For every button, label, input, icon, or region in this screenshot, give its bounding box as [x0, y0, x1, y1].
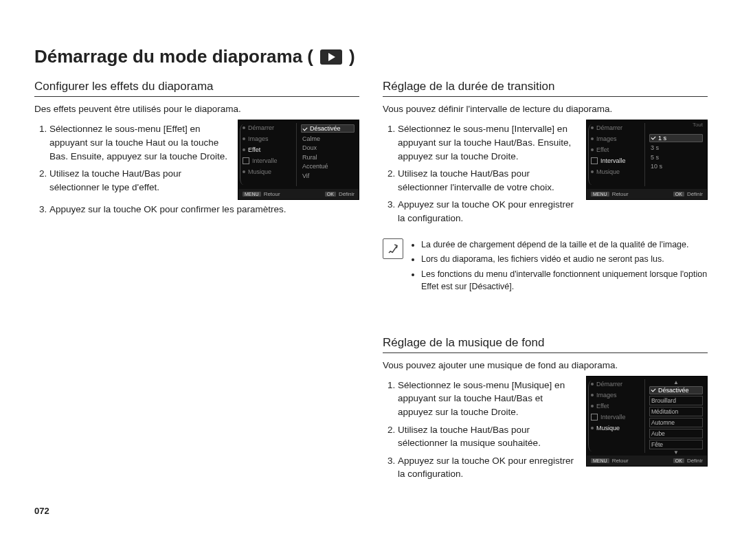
menu-item: Images	[243, 135, 296, 142]
right-column: Réglage de la durée de transition Vous p…	[383, 80, 708, 484]
menu-item: Intervalle	[243, 157, 296, 164]
option: 3 s	[649, 144, 703, 151]
chevron-down-icon: ▼	[649, 451, 703, 455]
effects-step-2: Utilisez la touche Haut/Bas pour sélecti…	[49, 167, 228, 194]
note-icon	[383, 238, 403, 259]
effects-step-3: Appuyez sur la touche OK pour confirmer …	[49, 203, 359, 216]
option: Fête	[649, 440, 703, 449]
option: Accentué	[301, 163, 355, 170]
footer-ok: OKDéfinir	[673, 458, 703, 464]
footer-back: MENURetour	[591, 191, 629, 197]
transition-steps: Sélectionnez le sous-menu [Intervalle] e…	[383, 122, 576, 225]
menu-item: Démarrer	[591, 124, 644, 131]
menu-item: Démarrer	[591, 381, 644, 388]
effects-step-1: Sélectionnez le sous-menu [Effet] en app…	[49, 122, 228, 163]
left-column: Configurer les effets du diaporama Des e…	[34, 80, 359, 484]
option-selected: 1 s	[649, 134, 703, 142]
footer-ok: OKDéfinir	[673, 191, 703, 197]
option: Vif	[301, 172, 355, 179]
transition-step-2: Utilisez la touche Haut/Bas pour sélecti…	[398, 167, 576, 194]
option: Doux	[301, 144, 355, 151]
section-heading-effects: Configurer les effets du diaporama	[34, 80, 359, 97]
option: Méditation	[649, 407, 703, 416]
menu-item: Effet	[591, 403, 644, 410]
note-item: La durée de chargement dépend de la tail…	[421, 238, 708, 251]
option: Brouillard	[649, 396, 703, 405]
music-intro: Vous pouvez ajouter une musique de fond …	[383, 360, 708, 370]
menu-item: Intervalle	[591, 414, 644, 421]
note-block: La durée de chargement dépend de la tail…	[383, 238, 708, 295]
option-selected: Désactivée	[649, 386, 703, 394]
footer-ok: OKDéfinir	[325, 191, 355, 197]
transition-step-3: Appuyez sur la touche OK pour enregistre…	[398, 198, 576, 225]
camera-screen-music: Démarrer Images Effet Intervalle Musique…	[586, 376, 708, 467]
menu-item: Images	[591, 392, 644, 399]
menu-item-active: Intervalle	[591, 157, 644, 164]
menu-item: Effet	[591, 146, 644, 153]
check-icon	[651, 388, 656, 392]
effects-steps-cont: Appuyez sur la touche OK pour confirmer …	[34, 203, 359, 216]
manual-page: Démarrage du mode diaporama ( ) Configur…	[0, 0, 742, 537]
note-item: Les fonctions du menu d'intervalle fonct…	[421, 268, 708, 293]
menu-item-active: Effet	[243, 146, 296, 153]
menu-item: Démarrer	[243, 124, 296, 131]
transition-intro: Vous pouvez définir l'intervalle de lect…	[383, 104, 708, 114]
section-heading-music: Réglage de la musique de fond	[383, 336, 708, 353]
music-steps: Sélectionnez le sous-menu [Musique] en a…	[383, 379, 576, 481]
option-selected: Désactivée	[301, 124, 355, 133]
footer-back: MENURetour	[243, 191, 280, 197]
play-icon	[320, 49, 342, 65]
menu-item: Musique	[591, 168, 644, 175]
note-item: Lors du diaporama, les fichiers vidéo et…	[421, 253, 708, 265]
menu-item: Musique	[243, 168, 296, 175]
option: Calme	[301, 135, 355, 142]
option: Automne	[649, 418, 703, 427]
chevron-up-icon: ▲	[649, 381, 703, 385]
music-step-1: Sélectionnez le sous-menu [Musique] en a…	[398, 379, 576, 419]
section-heading-transition: Réglage de la durée de transition	[383, 80, 708, 97]
title-prefix: Démarrage du mode diaporama (	[34, 46, 313, 67]
footer-back: MENURetour	[591, 458, 629, 464]
option: 10 s	[649, 163, 703, 170]
transition-step-1: Sélectionnez le sous-menu [Intervalle] e…	[398, 122, 576, 163]
music-step-3: Appuyez sur la touche OK pour enregistre…	[398, 454, 576, 481]
topright-label: Tout	[693, 122, 703, 128]
option: Rural	[301, 154, 355, 161]
option: Aube	[649, 429, 703, 438]
option: 5 s	[649, 154, 703, 161]
check-icon	[303, 126, 308, 131]
note-list: La durée de chargement dépend de la tail…	[410, 238, 708, 295]
check-icon	[651, 135, 656, 140]
effects-steps: Sélectionnez le sous-menu [Effet] en app…	[34, 122, 228, 194]
menu-item: Images	[591, 135, 644, 142]
effects-intro: Des effets peuvent être utilisés pour le…	[34, 104, 359, 114]
music-step-2: Utilisez la touche Haut/Bas pour sélecti…	[398, 423, 576, 450]
title-suffix: )	[349, 46, 355, 67]
page-title: Démarrage du mode diaporama ( )	[34, 46, 708, 67]
page-number: 072	[34, 506, 708, 516]
menu-item-active: Musique	[591, 425, 644, 432]
camera-screen-interval: Démarrer Images Effet Intervalle Musique…	[586, 120, 708, 200]
camera-screen-effects: Démarrer Images Effet Intervalle Musique…	[238, 120, 359, 200]
